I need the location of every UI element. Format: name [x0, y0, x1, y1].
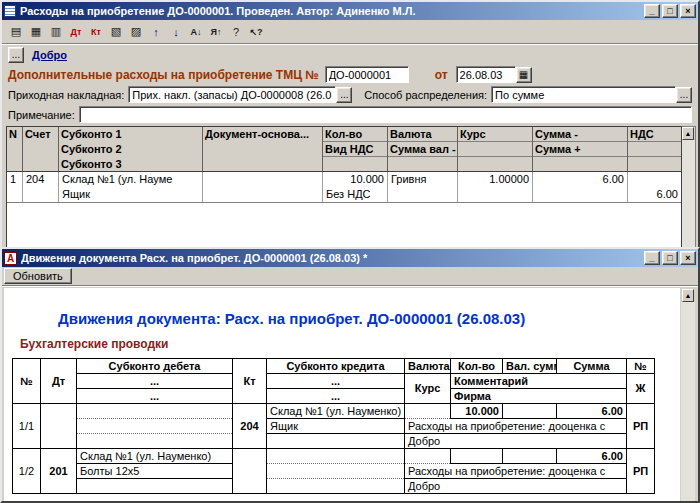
posting-comment: Расходы на приобретение: дооценка с [405, 419, 627, 434]
invoice-select-button[interactable]: ... [336, 87, 352, 103]
dt-kt-icon: Дт [71, 27, 82, 37]
calendar-button[interactable]: ▦ [516, 67, 532, 83]
doc-date-input[interactable] [456, 66, 516, 83]
maximize-button[interactable]: □ [662, 251, 678, 265]
doc-number-input[interactable] [325, 66, 409, 83]
cell-sub2[interactable]: Ящик [59, 187, 202, 202]
time-register-button[interactable]: ▦ [26, 22, 46, 42]
sort-asc-button[interactable]: А↓ [186, 22, 206, 42]
move-up-button[interactable]: ↑ [146, 22, 166, 42]
invoice-label: Приходная накладная: [8, 89, 124, 101]
window2-toolbar: Обновить [2, 267, 698, 286]
col-currency: Валюта [388, 127, 457, 142]
move-down-button[interactable]: ↓ [166, 22, 186, 42]
posting-zh: РП [627, 449, 655, 494]
col-doc: Документ-основа... [203, 127, 322, 142]
edit-table-button[interactable]: ▧ [106, 22, 126, 42]
lines-table-scrollbar[interactable]: ▲ [682, 126, 696, 254]
sub-debit-3 [77, 479, 233, 494]
scrollbar-track[interactable] [682, 140, 695, 253]
scroll-up-button[interactable]: ▲ [682, 289, 694, 302]
context-help-button[interactable]: ↖? [246, 22, 266, 42]
movements-report-window: А Движения документа Расх. на приобрет. … [0, 247, 700, 503]
lines-table-header: N Счет Субконто 1 Субконто 2 Субконто 3 … [7, 127, 681, 172]
header-row: ... ... Курс Комментарий Ж [13, 374, 655, 389]
firm-link[interactable]: Добро [32, 49, 67, 61]
posting-kt: 204 [233, 404, 267, 449]
report-subheading: Бухгалтерские проводки [20, 337, 680, 351]
cell-vat[interactable]: 6.00 [628, 187, 681, 202]
close-button[interactable]: × [680, 251, 696, 265]
maximize-button[interactable]: □ [662, 4, 678, 18]
sort-desc-button[interactable]: Я↑ [206, 22, 226, 42]
scrollbar-track[interactable] [681, 302, 695, 501]
open-journal-button[interactable]: ▤ [6, 22, 26, 42]
cell-vat-kind[interactable]: Без НДС [323, 187, 387, 202]
col-comment: Комментарий [451, 374, 627, 389]
posting-sum: 6.00 [557, 449, 627, 464]
cell-sub1[interactable]: Склад №1 (ул. Науме [59, 172, 202, 187]
sub-credit-3 [267, 434, 405, 449]
minimize-button[interactable]: _ [644, 4, 660, 18]
dt-kt-button[interactable]: Дт [66, 22, 86, 42]
posting-num: 1/1 [13, 404, 41, 449]
method-input[interactable] [491, 86, 676, 103]
cell-n[interactable]: 1 [7, 172, 22, 187]
posting-sum: 6.00 [557, 404, 627, 419]
cell-sum-minus[interactable]: 6.00 [533, 172, 627, 187]
scroll-up-button[interactable]: ▲ [682, 127, 694, 140]
postings-table: № Дт Субконто дебета Кт Субконто кредита… [12, 358, 655, 494]
col-sub-credit: Субконто кредита [267, 359, 405, 374]
firm-select-button[interactable]: ... [8, 47, 24, 63]
move-down-icon: ↓ [173, 26, 179, 38]
table-settings-icon: ▨ [131, 25, 141, 38]
window2-titlebar[interactable]: А Движения документа Расх. на приобрет. … [2, 249, 698, 267]
sub-credit-3 [267, 479, 405, 494]
copy-button[interactable]: ▥ [46, 22, 66, 42]
cell-account[interactable]: 204 [23, 172, 58, 187]
col-num-zh: № [627, 359, 655, 374]
posting-comment: Расходы на приобретение: дооценка с [405, 464, 627, 479]
document-lines-table: N Счет Субконто 1 Субконто 2 Субконто 3 … [6, 126, 696, 254]
header-row: ... ... Фирма [13, 389, 655, 404]
col-cur-sum: Сумма вал - [388, 142, 457, 157]
posting-currency [405, 404, 451, 419]
cell-currency[interactable]: Гривня [388, 172, 457, 187]
method-select-button[interactable]: ... [676, 87, 692, 103]
time-register-icon: ▦ [31, 25, 41, 38]
dt-kt-off-button[interactable]: Кт [86, 22, 106, 42]
posting-zh: РП [627, 404, 655, 449]
sub-debit-3 [77, 434, 233, 449]
col-sub1: Субконто 1 [59, 127, 202, 142]
table-settings-button[interactable]: ▨ [126, 22, 146, 42]
col-dt: Дт [41, 359, 77, 404]
table-row[interactable]: 1 204 Склад №1 (ул. Науме Ящик 10.000 Бе… [7, 172, 681, 203]
col-sub-debit: Субконто дебета [77, 359, 233, 374]
cell-rate[interactable]: 1.00000 [458, 172, 532, 187]
help-button[interactable]: ? [226, 22, 246, 42]
posting-kt [233, 449, 267, 494]
refresh-button[interactable]: Обновить [4, 268, 72, 284]
posting-cur-sum [503, 404, 557, 419]
scroll-up-icon: ▲ [685, 130, 692, 137]
invoice-row: Приходная накладная: ... Способ распреде… [8, 86, 692, 103]
note-input[interactable] [79, 106, 692, 123]
cell-doc[interactable] [203, 172, 322, 187]
minimize-button[interactable]: _ [644, 251, 660, 265]
col-firm: Фирма [451, 389, 627, 404]
sub-credit-1 [267, 449, 405, 464]
invoice-input[interactable] [128, 86, 336, 103]
posting-row: 1/1 204 Склад №1 (ул. Науменко) 10.000 6… [13, 404, 655, 419]
table-empty-area [7, 203, 681, 253]
report-heading: Движения документа: Расх. на приобрет. Д… [58, 310, 680, 327]
cell-qty[interactable]: 10.000 [323, 172, 387, 187]
doc-title-label: Дополнительные расходы на приобретение Т… [8, 68, 319, 82]
report-icon: А [4, 252, 17, 265]
report-scrollbar[interactable]: ▲ [680, 288, 696, 501]
posting-row: Добро [13, 434, 655, 449]
window1-titlebar[interactable]: Расходы на приобретение ДО-0000001. Пров… [2, 2, 698, 20]
col-sub2: Субконто 2 [59, 142, 202, 157]
sub-debit-2: Болты 12х5 [77, 464, 233, 479]
close-button[interactable]: × [680, 4, 696, 18]
ot-label: от [435, 68, 448, 82]
